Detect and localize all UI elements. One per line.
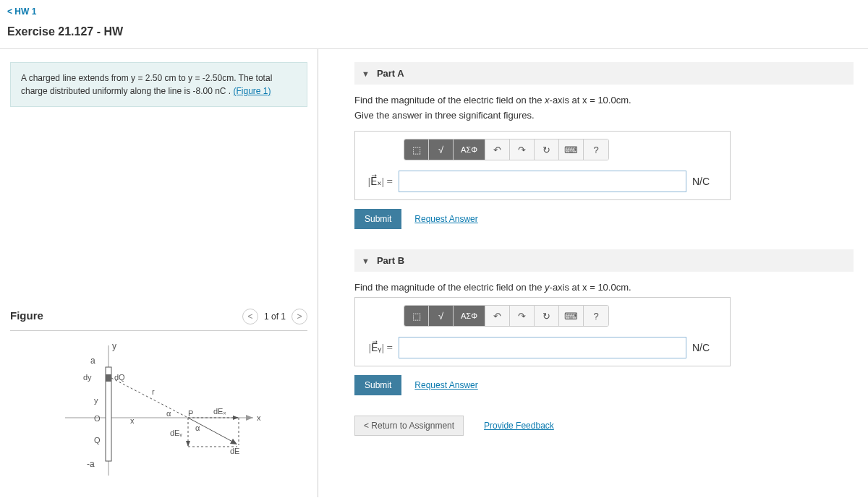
- feedback-link[interactable]: Provide Feedback: [484, 421, 554, 431]
- part-b-question: Find the magnitude of the electric field…: [354, 282, 854, 293]
- part-a-instruction: Give the answer in three significant fig…: [354, 110, 854, 121]
- part-a-var-label: |E⃗ₓ| =: [364, 175, 393, 188]
- svg-text:y: y: [94, 396, 98, 405]
- part-a-toolbar: ⬚ √ ΑΣΦ ↶ ↷ ↻ ⌨ ?: [404, 139, 609, 160]
- svg-text:dE: dE: [230, 447, 239, 455]
- part-b-input[interactable]: [399, 337, 686, 358]
- svg-rect-4: [106, 374, 111, 382]
- svg-text:y: y: [112, 341, 116, 351]
- svg-text:x: x: [130, 416, 135, 425]
- svg-text:P: P: [188, 409, 193, 418]
- svg-text:-a: -a: [87, 459, 95, 469]
- part-a-question: Find the magnitude of the electric field…: [354, 95, 854, 106]
- part-b-unit: N/C: [692, 342, 721, 353]
- help-button[interactable]: ?: [584, 139, 608, 160]
- svg-text:α: α: [195, 424, 200, 432]
- sqrt-button[interactable]: √: [429, 306, 454, 326]
- part-b-request-link[interactable]: Request Answer: [414, 380, 477, 390]
- reset-button[interactable]: ↻: [535, 306, 559, 326]
- keyboard-button[interactable]: ⌨: [559, 139, 584, 160]
- undo-button[interactable]: ↶: [485, 306, 510, 326]
- figure-container: y x a dy dQ y O Q -a x r P dEₓ: [10, 330, 307, 482]
- svg-text:x: x: [257, 413, 261, 422]
- svg-text:dEₓ: dEₓ: [213, 407, 226, 416]
- part-a-answer-box: ⬚ √ ΑΣΦ ↶ ↷ ↻ ⌨ ? |E⃗ₓ| = N/C: [354, 131, 731, 200]
- redo-button[interactable]: ↷: [510, 306, 535, 326]
- redo-button[interactable]: ↷: [510, 139, 535, 160]
- part-b-answer-box: ⬚ √ ΑΣΦ ↶ ↷ ↻ ⌨ ? |E⃗ᵧ| = N/C: [354, 297, 731, 366]
- greek-button[interactable]: ΑΣΦ: [454, 306, 485, 326]
- template-button[interactable]: ⬚: [404, 139, 429, 160]
- svg-text:a: a: [90, 356, 95, 366]
- part-b-var-label: |E⃗ᵧ| =: [364, 341, 393, 354]
- caret-down-icon: ▼: [362, 69, 370, 78]
- svg-text:r: r: [152, 387, 155, 396]
- page-title: Exercise 21.127 - HW: [0, 22, 868, 48]
- greek-button[interactable]: ΑΣΦ: [454, 139, 485, 160]
- template-button[interactable]: ⬚: [404, 306, 429, 326]
- figure-svg: y x a dy dQ y O Q -a x r P dEₓ: [51, 338, 268, 482]
- part-a-request-link[interactable]: Request Answer: [414, 214, 477, 224]
- sqrt-button[interactable]: √: [429, 139, 454, 160]
- part-b-header[interactable]: ▼ Part B: [354, 249, 854, 272]
- back-link[interactable]: < HW 1: [7, 7, 36, 17]
- back-link-text: HW 1: [14, 7, 36, 17]
- svg-text:α: α: [166, 409, 171, 418]
- return-button[interactable]: < Return to Assignment: [354, 416, 464, 436]
- svg-marker-19: [233, 416, 239, 420]
- part-b-submit-button[interactable]: Submit: [354, 375, 401, 395]
- svg-line-15: [111, 378, 188, 418]
- figure-prev-button[interactable]: <: [242, 309, 258, 324]
- figure-count: 1 of 1: [264, 311, 286, 322]
- part-a-unit: N/C: [692, 176, 721, 187]
- part-a-label: Part A: [377, 68, 404, 79]
- svg-marker-2: [246, 415, 253, 421]
- part-a-header[interactable]: ▼ Part A: [354, 62, 854, 85]
- keyboard-button[interactable]: ⌨: [559, 306, 584, 326]
- svg-text:dEᵧ: dEᵧ: [170, 429, 182, 437]
- undo-button[interactable]: ↶: [485, 139, 510, 160]
- svg-text:Q: Q: [94, 436, 101, 444]
- svg-text:dy: dy: [83, 373, 92, 382]
- svg-text:O: O: [94, 414, 101, 423]
- svg-marker-25: [230, 439, 237, 444]
- reset-button[interactable]: ↻: [535, 139, 559, 160]
- svg-marker-22: [186, 441, 190, 447]
- part-a-submit-button[interactable]: Submit: [354, 209, 401, 229]
- help-button[interactable]: ?: [584, 306, 608, 326]
- part-a-input[interactable]: [399, 171, 686, 192]
- part-b-toolbar: ⬚ √ ΑΣΦ ↶ ↷ ↻ ⌨ ?: [404, 305, 609, 327]
- problem-statement: A charged line extends from y = 2.50 cm …: [10, 62, 307, 107]
- figure-link[interactable]: (Figure 1): [234, 86, 271, 96]
- part-b-label: Part B: [377, 255, 404, 266]
- caret-down-icon: ▼: [362, 257, 370, 265]
- figure-next-button[interactable]: >: [292, 309, 307, 324]
